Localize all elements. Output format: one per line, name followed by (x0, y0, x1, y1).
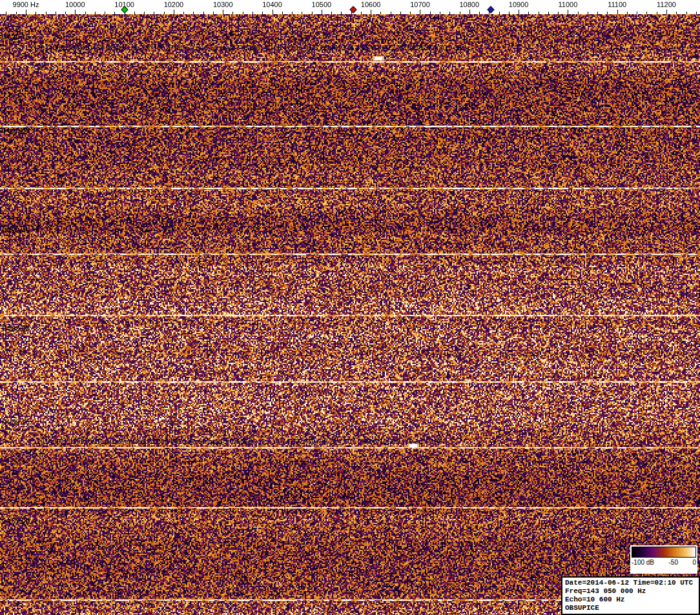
colorbar-label-min: -100 dB (632, 559, 654, 566)
ruler-minor-tick (410, 12, 411, 14)
info-box: Date=2014-06-12 Time=02:10 UTC Freq=143 … (561, 576, 700, 615)
ruler-major-tick (75, 10, 76, 14)
ruler-minor-tick (627, 12, 628, 14)
ruler-major-tick (174, 10, 174, 14)
ruler-minor-tick (440, 12, 440, 14)
ruler-minor-tick (16, 12, 17, 14)
ruler-minor-tick (193, 12, 194, 14)
ruler-minor-tick (637, 12, 637, 14)
ruler-minor-tick (292, 12, 293, 14)
ruler-minor-tick (232, 12, 233, 14)
ruler-tick-label: 10900 (509, 1, 529, 8)
ruler-tick-label: 10700 (410, 1, 430, 8)
ruler-tick-label: 10500 (312, 1, 332, 8)
ruler-minor-tick (85, 12, 86, 14)
ruler-minor-tick (391, 12, 391, 14)
ruler-minor-tick (528, 12, 529, 14)
ruler-minor-tick (499, 12, 500, 14)
ruler-major-tick (469, 10, 470, 14)
ruler-minor-tick (341, 12, 342, 14)
info-line-station: OBSUPICE (565, 604, 696, 612)
frequency-ruler[interactable]: 9900 Hz100001010010200103001040010500106… (0, 0, 700, 14)
ruler-tick-label: 10400 (262, 1, 282, 8)
info-line-frequency: Freq=143 050 000 Hz (565, 587, 696, 596)
ruler-tick-label: 10300 (213, 1, 233, 8)
ruler-minor-tick (578, 12, 579, 14)
ruler-major-tick (666, 10, 667, 14)
ruler-minor-tick (302, 12, 302, 14)
ruler-minor-tick (361, 12, 362, 14)
ruler-tick-label: 10000 (65, 1, 85, 8)
ruler-minor-tick (607, 12, 608, 14)
ruler-minor-tick (262, 12, 263, 14)
ruler-minor-tick (203, 12, 204, 14)
colorbar-labels: -100 dB -50 0 (632, 559, 696, 566)
ruler-major-tick (371, 10, 371, 14)
ruler-minor-tick (539, 12, 539, 14)
ruler-major-tick (223, 10, 223, 14)
ruler-minor-tick (676, 12, 677, 14)
ruler-minor-tick (46, 12, 46, 14)
ruler-minor-tick (105, 12, 105, 14)
ruler-minor-tick (144, 12, 145, 14)
ruler-minor-tick (164, 12, 165, 14)
ruler-major-tick (322, 10, 322, 14)
colorbar: -100 dB -50 0 (630, 545, 697, 574)
ruler-minor-tick (696, 12, 697, 14)
ruler-minor-tick (183, 12, 184, 14)
ruler-minor-tick (380, 12, 381, 14)
ruler-minor-tick (243, 12, 243, 14)
ruler-tick-label: 10800 (459, 1, 479, 8)
spectrogram-app-window: 9900 Hz100001010010200103001040010500106… (0, 0, 700, 615)
info-line-datetime: Date=2014-06-12 Time=02:10 UTC (565, 579, 696, 587)
ruler-minor-tick (548, 12, 549, 14)
ruler-minor-tick (312, 12, 313, 14)
ruler-tick-label: 11200 (657, 1, 676, 8)
ruler-minor-tick (95, 12, 96, 14)
colorbar-gradient (632, 547, 696, 558)
ruler-minor-tick (686, 12, 687, 14)
ruler-minor-tick (282, 12, 283, 14)
ruler-minor-tick (65, 12, 66, 14)
ruler-tick-label: 10600 (361, 1, 381, 8)
ruler-minor-tick (400, 12, 401, 14)
ruler-minor-tick (597, 12, 598, 14)
blue-marker[interactable] (487, 6, 494, 13)
ruler-minor-tick (479, 12, 480, 14)
ruler-minor-tick (509, 12, 510, 14)
ruler-minor-tick (460, 12, 460, 14)
ruler-major-tick (26, 10, 26, 14)
ruler-minor-tick (252, 12, 253, 14)
ruler-major-tick (273, 10, 273, 14)
ruler-minor-tick (213, 12, 214, 14)
ruler-tick-label: 11100 (608, 1, 626, 8)
ruler-tick-label: 9900 Hz (13, 1, 39, 8)
ruler-major-tick (519, 10, 519, 14)
ruler-minor-tick (646, 12, 647, 14)
ruler-minor-tick (36, 12, 36, 14)
ruler-minor-tick (657, 12, 657, 14)
ruler-minor-tick (154, 12, 154, 14)
ruler-minor-tick (56, 12, 56, 14)
ruler-major-tick (420, 10, 420, 14)
ruler-minor-tick (449, 12, 450, 14)
info-line-echo: Echo=10 600 Hz (565, 596, 696, 604)
colorbar-label-max: 0 (692, 559, 696, 566)
ruler-minor-tick (6, 12, 6, 14)
ruler-minor-tick (134, 12, 135, 14)
ruler-minor-tick (430, 12, 431, 14)
ruler-tick-label: 10200 (164, 1, 184, 8)
ruler-minor-tick (558, 12, 559, 14)
spectrogram-canvas[interactable] (0, 14, 700, 615)
ruler-tick-label: 11000 (558, 1, 577, 8)
colorbar-label-mid: -50 (669, 559, 678, 566)
ruler-minor-tick (331, 12, 332, 14)
ruler-major-tick (568, 10, 568, 14)
ruler-minor-tick (588, 12, 588, 14)
ruler-major-tick (617, 10, 618, 14)
ruler-minor-tick (114, 12, 115, 14)
